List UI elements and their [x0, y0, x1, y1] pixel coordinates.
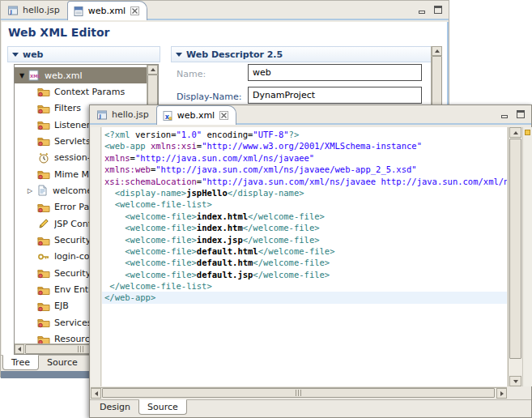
code-line: <display-name>jspHello</display-name>	[102, 187, 507, 198]
code-line: <welcome-file>default.htm</welcome-file>	[102, 257, 507, 268]
xml-file-icon: x	[162, 110, 173, 122]
folder-icon	[37, 317, 50, 328]
code-line: <welcome-file>index.htm</welcome-file>	[102, 222, 507, 233]
tree-item-web-xml[interactable]: ▼XMLweb.xml	[15, 67, 147, 83]
tab-web-xml[interactable]: web.xml	[67, 1, 148, 20]
section-twisty-icon	[12, 53, 19, 57]
arrow-left-icon	[95, 391, 98, 396]
name-field-label: Name:	[177, 69, 206, 79]
folder-icon	[37, 267, 50, 279]
annotation-marker[interactable]	[525, 130, 530, 135]
folder-icon	[37, 334, 50, 343]
folder-icon	[37, 135, 50, 147]
minimize-icon	[419, 11, 425, 14]
tree-item-context-params[interactable]: Context Params	[15, 83, 147, 100]
scroll-up-button[interactable]	[147, 65, 158, 75]
maximize-button[interactable]	[432, 4, 444, 15]
code-line: <welcome-file>index.jsp</welcome-file>	[102, 234, 507, 245]
tab-hello-jsp[interactable]: J hello.jsp	[2, 2, 67, 19]
scroll-right-button[interactable]	[496, 388, 507, 399]
display-name-input[interactable]: DynamProject	[248, 87, 422, 104]
tab-label: hello.jsp	[112, 109, 149, 120]
code-line: <welcome-file>default.jsp</welcome-file>	[102, 269, 507, 280]
scroll-up-button[interactable]	[432, 46, 442, 56]
code-line: <welcome-file-list>	[102, 198, 507, 210]
overview-ruler[interactable]	[522, 127, 532, 386]
tree-item-label: EJB	[54, 301, 69, 311]
clock-icon	[37, 152, 50, 164]
scroll-thumb[interactable]	[102, 388, 495, 398]
maximize-button[interactable]	[515, 109, 526, 119]
folder-icon	[37, 284, 50, 296]
section-header-web-descriptor[interactable]: Web Descriptor 2.5	[171, 46, 432, 62]
code-line: </welcome-file-list>	[102, 280, 507, 292]
folder-icon	[37, 86, 50, 97]
webxml-file-icon	[73, 6, 84, 17]
scroll-up-button[interactable]	[509, 127, 521, 138]
folder-icon	[37, 202, 50, 213]
maximize-icon	[434, 6, 442, 14]
tab-label: hello.jsp	[23, 5, 60, 15]
arrow-up-icon	[513, 131, 518, 134]
display-name-field-label[interactable]: Display-Name:	[177, 92, 241, 102]
collapsed-arrow-icon[interactable]: ▷	[24, 187, 36, 194]
page-title: Web XML Editor	[8, 26, 109, 39]
folder-icon	[37, 301, 50, 312]
arrow-left-icon	[18, 347, 21, 352]
minimize-icon	[501, 115, 508, 118]
key-icon	[37, 251, 50, 262]
tree-item-label: Servlets	[54, 136, 91, 147]
folder-icon	[37, 103, 50, 114]
section-twisty-icon	[176, 53, 182, 57]
close-icon[interactable]	[130, 6, 139, 15]
minimize-button[interactable]	[499, 109, 510, 119]
section-header-web[interactable]: web	[7, 46, 160, 62]
xml-doc-icon: XML	[28, 70, 40, 81]
tab-label: web.xml	[177, 110, 215, 121]
svg-text:J: J	[10, 9, 12, 15]
eclipse-workbench: J hello.jsp web.xml Web XML Editor web ▼…	[0, 0, 532, 418]
tree-item-label: Services	[54, 318, 92, 328]
scroll-down-button[interactable]	[509, 376, 521, 386]
page-icon	[36, 185, 49, 196]
arrow-down-icon	[513, 380, 518, 383]
code-line: xmlns="http://java.sun.com/xml/ns/javaee…	[102, 152, 507, 164]
tab-tree[interactable]: Tree	[2, 355, 39, 370]
scroll-left-button[interactable]	[15, 344, 24, 354]
tree-item-label: web.xml	[45, 70, 83, 81]
tree-item-label: Context Params	[54, 87, 125, 97]
section-title: Web Descriptor 2.5	[186, 49, 283, 60]
tab-design[interactable]: Design	[92, 400, 138, 416]
arrow-up-icon	[151, 68, 155, 71]
tab-label: web.xml	[88, 6, 126, 16]
thumb-grip	[78, 346, 84, 352]
arrow-up-icon	[435, 49, 440, 53]
editor-tabbar: J hello.jsp web.xml	[1, 1, 449, 20]
close-icon[interactable]	[219, 111, 228, 120]
folder-icon	[37, 168, 50, 180]
expanded-arrow-icon[interactable]: ▼	[16, 72, 28, 79]
editor-tabbar: J hello.jsp x web.xml	[90, 105, 531, 125]
svg-text:J: J	[99, 113, 101, 120]
code-line: xsi:schemaLocation="http://java.sun.com/…	[102, 176, 507, 187]
xml-source-editor[interactable]: <?xml version="1.0" encoding="UTF-8"?><w…	[102, 127, 507, 386]
maximize-icon	[517, 110, 525, 118]
code-line: <web-app xmlns:xsi="http://www.w3.org/20…	[102, 140, 507, 151]
tab-web-xml[interactable]: x web.xml	[156, 105, 237, 125]
tab-source[interactable]: Source	[39, 356, 86, 371]
jsp-file-icon: J	[96, 109, 108, 121]
tree-item-label: Filters	[54, 103, 81, 113]
minimize-button[interactable]	[416, 4, 428, 15]
editor-horizontal-scrollbar[interactable]	[91, 387, 507, 399]
tab-hello-jsp[interactable]: J hello.jsp	[92, 106, 156, 123]
editor-vertical-scrollbar[interactable]	[508, 127, 521, 386]
scroll-thumb[interactable]	[509, 139, 521, 359]
design-source-tabbar: Design Source	[90, 399, 531, 416]
jsp-file-icon: J	[7, 5, 19, 16]
name-input[interactable]: web	[248, 64, 422, 81]
scroll-left-button[interactable]	[91, 388, 101, 399]
folder-icon	[37, 235, 50, 246]
tab-source[interactable]: Source	[138, 399, 187, 415]
web-xml-source-window: J hello.jsp x web.xml <?xml version="1.0…	[89, 104, 532, 418]
code-line: <welcome-file>index.html</welcome-file>	[102, 211, 507, 222]
